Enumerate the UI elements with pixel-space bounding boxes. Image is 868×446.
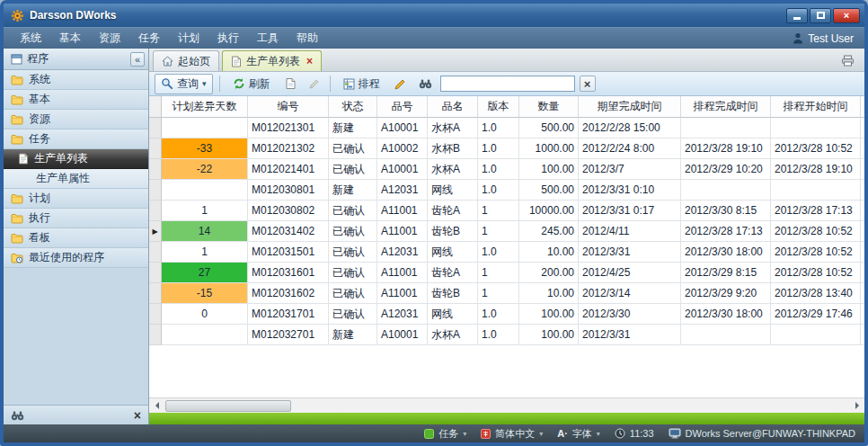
query-button[interactable]: 查询 ▾ <box>155 74 213 94</box>
printer-icon[interactable] <box>841 55 855 67</box>
table-row-1[interactable]: M012021301新建A10001水杯A1.0500.002012/2/28 … <box>149 118 864 138</box>
cell: A12031 <box>377 242 428 263</box>
user-menu[interactable]: Test User <box>793 32 857 45</box>
table-row-9[interactable]: -15M012031602已确认A11001齿轮B110.002012/3/14… <box>149 283 864 304</box>
menu-item-3[interactable]: 资源 <box>90 28 129 49</box>
cell: 2012/3/28 17:13 <box>681 221 771 242</box>
column-header-4[interactable]: 品号 <box>377 96 428 118</box>
edit-button[interactable] <box>305 76 323 93</box>
table-row-4[interactable]: M012030801新建A12031网线1.0500.002012/3/31 0… <box>149 180 864 201</box>
cell: 2012/2/24 8:00 <box>579 138 681 159</box>
cell: 1.0 <box>478 304 519 325</box>
cell: 2012/3/29 10:20 <box>681 159 771 180</box>
tab-2[interactable]: 生产单列表× <box>222 50 322 71</box>
scroll-left-button[interactable] <box>149 398 164 413</box>
table-row-7[interactable]: 1M012031501已确认A12031网线1.010.002012/3/312… <box>149 242 864 263</box>
cell: M012031701 <box>248 304 329 325</box>
column-header-9[interactable]: 排程完成时间 <box>681 96 771 118</box>
tab-1[interactable]: 起始页 <box>153 50 219 71</box>
query-label: 查询 <box>177 76 199 92</box>
cell <box>681 180 771 201</box>
unschedule-button[interactable] <box>391 76 411 93</box>
cell: M012031602 <box>248 283 329 304</box>
minimize-icon <box>793 17 801 20</box>
row-selector <box>149 304 162 325</box>
scroll-right-button[interactable] <box>849 398 864 413</box>
minimize-button[interactable] <box>786 8 808 23</box>
menu-item-8[interactable]: 帮助 <box>288 28 327 49</box>
server-icon <box>669 428 681 439</box>
sidebar-item-1[interactable]: 系统 <box>4 70 148 90</box>
person-icon <box>793 32 803 44</box>
menu-item-4[interactable]: 任务 <box>129 28 169 49</box>
cell <box>771 118 861 138</box>
new-button[interactable] <box>281 75 300 93</box>
status-item-5[interactable]: DWorks Server@FUNWAY-THINKPAD <box>669 428 855 439</box>
cell: 1 <box>478 263 519 283</box>
cell: 已确认 <box>329 138 377 159</box>
cell: 齿轮A <box>428 201 478 221</box>
column-header-11[interactable]: 首 <box>861 96 864 118</box>
row-selector <box>149 138 162 159</box>
column-header-10[interactable]: 排程开始时间 <box>771 96 861 118</box>
table-row-8[interactable]: 27M012031601已确认A11001齿轮A1200.002012/4/25… <box>149 263 864 283</box>
folder-icon <box>11 75 23 85</box>
column-header-2[interactable]: 编号 <box>248 96 329 118</box>
sidebar-item-8[interactable]: 执行 <box>4 209 148 228</box>
column-header-3[interactable]: 状态 <box>329 96 377 118</box>
cell-plan-diff: 1 <box>162 242 248 263</box>
sidebar-item-7[interactable]: 计划 <box>4 189 148 209</box>
tab-close-icon[interactable]: × <box>306 56 313 67</box>
sidebar-item-3[interactable]: 资源 <box>4 110 148 129</box>
column-header-1[interactable]: 计划差异天数 <box>162 96 248 118</box>
menu-item-6[interactable]: 执行 <box>208 28 248 49</box>
column-header-5[interactable]: 品名 <box>428 96 478 118</box>
column-header-6[interactable]: 版本 <box>478 96 519 118</box>
scroll-thumb[interactable] <box>165 400 291 412</box>
search-input[interactable] <box>440 76 575 92</box>
menu-item-7[interactable]: 工具 <box>248 28 288 49</box>
status-item-1[interactable]: 任务▾ <box>424 427 466 441</box>
sidebar-footer-close-button[interactable]: × <box>134 409 141 422</box>
sidebar-item-10[interactable]: 最近使用的程序 <box>4 248 148 268</box>
cell: 2012/2/28 15:00 <box>579 118 681 138</box>
status-item-2[interactable]: 简体中文▾ <box>481 427 543 441</box>
sidebar-item-9[interactable]: 看板 <box>4 228 148 248</box>
refresh-button[interactable]: 刷新 <box>226 74 277 94</box>
table-row-3[interactable]: -22M012021401已确认A10001水杯A1.0100.002012/3… <box>149 159 864 180</box>
clock-icon <box>615 428 625 439</box>
search-clear-button[interactable]: × <box>580 76 596 92</box>
cell: 已确认 <box>329 304 377 325</box>
status-item-3[interactable]: A·字体▾ <box>557 427 600 441</box>
horizontal-scrollbar[interactable] <box>149 397 864 413</box>
table-row-10[interactable]: 0M012031701已确认A12031网线1.0100.002012/3/30… <box>149 304 864 325</box>
status-label: 11:33 <box>630 428 654 439</box>
sidebar-footer: × <box>4 405 148 424</box>
sidebar-item-5[interactable]: 生产单列表 <box>4 149 148 169</box>
sidebar-collapse-button[interactable]: « <box>130 52 145 67</box>
close-button[interactable]: × <box>833 8 860 23</box>
sidebar-item-6[interactable]: 生产单属性 <box>4 169 148 189</box>
column-header-7[interactable]: 数量 <box>519 96 579 118</box>
menu-item-1[interactable]: 系统 <box>11 28 50 49</box>
sidebar-item-label: 基本 <box>29 92 50 107</box>
find-button[interactable] <box>415 76 436 92</box>
cell <box>861 221 864 242</box>
table-row-5[interactable]: 1M012030802已确认A11001齿轮A110000.002012/3/3… <box>149 201 864 221</box>
titlebar[interactable]: Darsson DWorks × <box>4 4 864 27</box>
maximize-button[interactable] <box>810 8 831 23</box>
main-area: 起始页生产单列表× 查询 ▾ 刷新 <box>149 49 864 424</box>
table-row-2[interactable]: -33M012021302已确认A10002水杯B1.01000.002012/… <box>149 138 864 159</box>
table-row-11[interactable]: M012032701新建A10001水杯A1.0100.002012/3/31 <box>149 325 864 345</box>
menu-item-5[interactable]: 计划 <box>169 28 208 49</box>
column-header-8[interactable]: 期望完成时间 <box>579 96 681 118</box>
cell: M012021401 <box>248 159 329 180</box>
table-row-6[interactable]: ▶14M012031402已确认A11001齿轮B1245.002012/4/1… <box>149 221 864 242</box>
sidebar-item-2[interactable]: 基本 <box>4 90 148 110</box>
document-icon <box>231 56 242 67</box>
status-item-4[interactable]: 11:33 <box>615 428 654 439</box>
sidebar-item-label: 最近使用的程序 <box>29 250 104 265</box>
schedule-button[interactable]: 排程 <box>337 74 386 94</box>
menu-item-2[interactable]: 基本 <box>50 28 90 49</box>
sidebar-item-4[interactable]: 任务 <box>4 129 148 149</box>
